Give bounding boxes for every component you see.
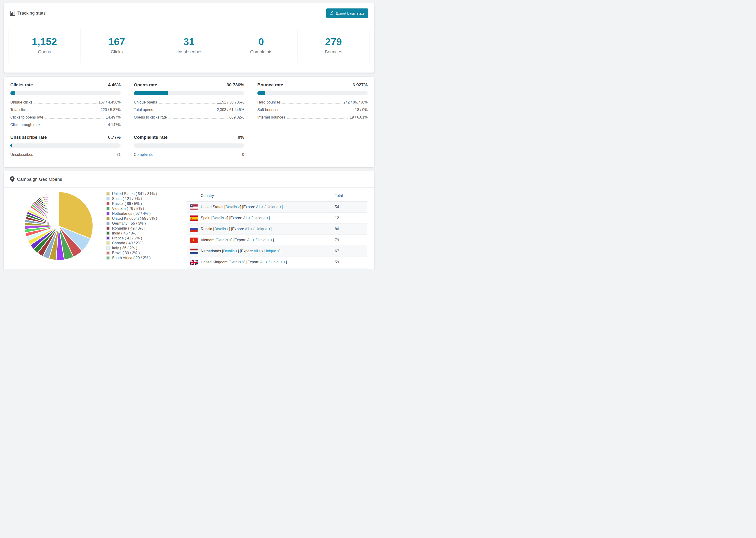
legend-label: Spain ( 121 / 7% ) (112, 197, 142, 201)
export-unique-link[interactable]: Unique > (253, 216, 269, 220)
details-link[interactable]: Details > (223, 249, 238, 253)
geo-table: Country Total United States [Details >] … (188, 190, 367, 269)
export-all-link[interactable]: All > (245, 227, 252, 231)
legend-item: France ( 42 / 2% ) (106, 236, 184, 241)
export-all-link[interactable]: All > (260, 260, 268, 264)
gb-flag-icon (190, 260, 198, 265)
rate-metric-label: Total opens (134, 108, 153, 112)
export-unique-link[interactable]: Unique > (258, 238, 273, 242)
export-all-link[interactable]: All > (256, 205, 263, 209)
rate-block-clicks-rate: Clicks rate 4.46% Unique clicks 167 / 4.… (10, 82, 121, 129)
rate-title: Complaints rate (134, 135, 168, 140)
rate-block-unsubscribe-rate: Unsubscribe rate 0.77% Unsubscribes 31 (10, 135, 121, 158)
rate-title: Clicks rate (10, 82, 33, 87)
rate-value: 6.927% (352, 82, 368, 87)
rate-value: 4.46% (108, 82, 121, 87)
dotted-leader (287, 118, 348, 119)
legend-label: France ( 42 / 2% ) (112, 236, 142, 241)
country-cell: Russia [Details >] [Export: All > / Uniq… (201, 227, 272, 231)
legend-swatch (106, 217, 110, 220)
details-link[interactable]: Details > (212, 216, 227, 220)
progress-bar-track (257, 91, 368, 95)
rate-metric-value: 167 / 4.456% (99, 100, 121, 104)
progress-bar-track (10, 91, 121, 95)
legend-swatch (106, 237, 110, 240)
stat-label: Complaints (225, 49, 297, 54)
geo-col-country: Country (201, 194, 214, 198)
legend-label: Netherlands ( 67 / 4% ) (112, 211, 151, 216)
rate-metric-row: Unique opens 1,152 / 30.736% (134, 99, 244, 106)
stat-box-unsubscribes: 31 Unsubscribes (153, 29, 225, 63)
legend-item: India ( 46 / 3% ) (106, 231, 184, 236)
rate-metric-value: 31 (117, 153, 121, 157)
rate-title: Unsubscribe rate (10, 135, 47, 140)
export-unique-link[interactable]: Unique > (264, 249, 279, 253)
rate-metric-value: 19 / 6.81% (350, 115, 368, 120)
rate-value: 0.77% (108, 135, 121, 140)
export-unique-link[interactable]: Unique > (271, 260, 286, 264)
rate-block-opens-rate: Opens rate 30.736% Unique opens 1,152 / … (134, 82, 244, 129)
export-unique-link[interactable]: Unique > (266, 205, 282, 209)
legend-item: Romania ( 49 / 3% ) (106, 226, 184, 231)
progress-bar-track (10, 143, 121, 148)
total-cell: 86 (335, 227, 339, 231)
rate-metric-value: 689.82% (229, 115, 244, 120)
geo-table-row-de: Germany [Details >] [Export: All > / Uni… (188, 268, 367, 269)
legend-label: Germany ( 55 / 3% ) (112, 221, 146, 226)
rate-metric-row: Unsubscribes 31 (10, 151, 121, 158)
progress-bar-track (134, 143, 244, 148)
geo-body: United States ( 541 / 31% ) Spain ( 121 … (4, 188, 374, 269)
geo-title: Campaign Geo Opens (10, 176, 62, 182)
progress-bar-fill (257, 91, 265, 95)
geo-legend: United States ( 541 / 31% ) Spain ( 121 … (106, 191, 184, 269)
details-link[interactable]: Details > (225, 205, 240, 209)
export-unique-link[interactable]: Unique > (255, 227, 271, 231)
rate-metric-label: Click through rate (10, 123, 40, 127)
legend-item: United States ( 541 / 31% ) (106, 191, 184, 196)
legend-label: Italy ( 36 / 2% ) (112, 246, 137, 250)
details-link[interactable]: Details > (230, 260, 244, 264)
legend-swatch (106, 212, 110, 215)
stat-value: 31 (153, 36, 225, 47)
rate-metric-row: Click through rate 4.147% (10, 121, 121, 129)
tracking-stats-header: Tracking stats Export basic stats (4, 3, 374, 23)
legend-label: India ( 46 / 3% ) (112, 231, 138, 236)
legend-label: South Africa ( 29 / 2% ) (112, 256, 151, 260)
legend-label: Romania ( 49 / 3% ) (112, 226, 145, 231)
map-pin-icon (10, 176, 15, 182)
rate-metric-label: Soft bounces (257, 108, 279, 112)
export-all-link[interactable]: All > (247, 238, 255, 242)
legend-swatch (106, 222, 110, 225)
legend-swatch (106, 251, 110, 255)
legend-label: Brazil ( 33 / 2% ) (112, 251, 140, 255)
rate-metric-value: 242 / 86.738% (344, 100, 368, 104)
export-basic-stats-button[interactable]: Export basic stats (326, 9, 368, 18)
dotted-leader (45, 118, 104, 119)
stat-label: Clicks (81, 49, 153, 54)
legend-swatch (106, 207, 110, 210)
vn-flag-icon (190, 238, 198, 243)
legend-item: South Africa ( 29 / 2% ) (106, 255, 184, 260)
stat-box-clicks: 167 Clicks (81, 29, 153, 63)
legend-item: Vietnam ( 79 / 5% ) (106, 206, 184, 211)
rate-metric-label: Unique opens (134, 100, 157, 104)
export-all-link[interactable]: All > (253, 249, 261, 253)
legend-item: United Kingdom ( 59 / 3% ) (106, 216, 184, 221)
rate-metric-label: Unsubscribes (10, 153, 33, 157)
details-link[interactable]: Details > (214, 227, 229, 231)
details-link[interactable]: Details > (216, 238, 231, 242)
es-flag-icon (190, 215, 198, 221)
dotted-leader (155, 111, 215, 111)
stats-row: 1,152 Opens 167 Clicks 31 Unsubscribes 0… (8, 29, 370, 63)
country-cell: United Kingdom [Details >] [Export: All … (201, 260, 287, 264)
legend-swatch (106, 246, 110, 250)
export-all-link[interactable]: All > (243, 216, 250, 220)
progress-bar-fill (10, 143, 12, 148)
total-cell: 67 (335, 249, 339, 253)
rate-metric-value: 220 / 5.87% (101, 108, 121, 112)
geo-table-header: Country Total (188, 190, 367, 202)
rates-grid: Clicks rate 4.46% Unique clicks 167 / 4.… (4, 77, 374, 167)
rate-metric-value: 4.147% (108, 123, 121, 127)
rate-metric-row: Internal bounces 19 / 6.81% (257, 114, 368, 121)
legend-item: Russia ( 86 / 5% ) (106, 201, 184, 206)
